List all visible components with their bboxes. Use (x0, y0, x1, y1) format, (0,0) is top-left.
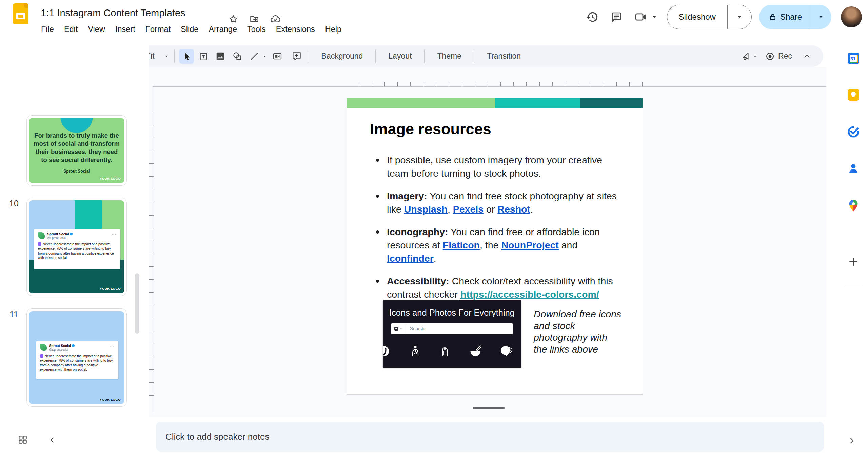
link-reshot[interactable]: Reshot (497, 204, 530, 215)
horizontal-ruler-line (153, 86, 826, 87)
slide-canvas-area: Image resources If possible, use custom … (149, 67, 826, 417)
tasks-icon[interactable] (846, 125, 861, 139)
calendar-icon[interactable]: 31 (846, 51, 861, 65)
link-pexels[interactable]: Pexels (453, 204, 484, 215)
link-unsplash[interactable]: Unsplash (404, 204, 448, 215)
background-button[interactable]: Background (312, 52, 372, 61)
tweet-card: Sprout Social @SproutSocial ··· Never un… (36, 341, 119, 379)
toolbar-divider (424, 49, 425, 63)
layout-button[interactable]: Layout (379, 52, 421, 61)
slide-title[interactable]: Image resources (370, 120, 491, 138)
comments-icon[interactable] (607, 7, 626, 27)
menu-tools[interactable]: Tools (242, 23, 271, 36)
slideshow-dropdown-icon[interactable] (728, 13, 751, 21)
video-call-icon[interactable] (631, 7, 651, 27)
user-avatar[interactable] (841, 6, 862, 27)
link-iconfinder[interactable]: Iconfinder (387, 253, 434, 264)
add-comment-icon[interactable] (289, 49, 304, 64)
screenshot-search-bar: Search (391, 323, 513, 334)
sprout-social-logo (40, 344, 47, 351)
laser-pointer-icon[interactable] (737, 49, 752, 64)
slide-10-thumbnail[interactable]: Sprout Social @SproutSocial ··· Never un… (26, 198, 127, 296)
menu-file[interactable]: File (36, 23, 59, 36)
contacts-icon[interactable] (846, 161, 861, 176)
toolbar-divider (375, 49, 376, 63)
tweet-handle: @SproutSocial (47, 236, 112, 240)
document-title[interactable]: 1:1 Instagram Content Templates (41, 7, 185, 19)
share-label: Share (780, 12, 802, 22)
slide-10-number: 10 (6, 199, 22, 208)
anatomy-icon (409, 345, 421, 357)
slide-color-bar (347, 98, 643, 108)
menu-slide[interactable]: Slide (176, 23, 203, 36)
get-add-ons-icon[interactable] (846, 255, 861, 269)
screenshot-heading: Icons and Photos For Everything (383, 308, 521, 318)
bottom-bar: Click to add speaker notes (0, 417, 868, 461)
grid-view-icon[interactable] (16, 433, 30, 447)
raised-hands-emoji (40, 354, 43, 358)
tweet-text: Never underestimate the impact of a posi… (40, 354, 115, 372)
insert-line-dropdown-icon[interactable] (261, 53, 268, 60)
video-call-dropdown-icon[interactable] (651, 13, 658, 21)
speaker-notes-input[interactable]: Click to add speaker notes (156, 422, 824, 452)
collapse-filmstrip-icon[interactable] (46, 434, 58, 446)
slide-11-preview: Sprout Social @SproutSocial ··· Never un… (29, 311, 124, 404)
link-nounproject[interactable]: NounProject (501, 240, 558, 250)
menu-view[interactable]: View (83, 23, 110, 36)
filmstrip-scrollbar[interactable] (135, 273, 139, 334)
insert-shape-icon[interactable] (230, 49, 245, 64)
slide-9-thumbnail[interactable]: For brands to truly make the most of soc… (26, 115, 127, 186)
menu-bar: File Edit View Insert Format Slide Arran… (36, 22, 347, 36)
current-slide[interactable]: Image resources If possible, use custom … (347, 98, 643, 395)
menu-format[interactable]: Format (140, 23, 176, 36)
insert-line-icon[interactable] (247, 49, 262, 64)
horizontal-ruler-ticks (359, 82, 644, 86)
link-accessible-colors[interactable]: https://accessible-colors.com/ (460, 289, 599, 300)
sprout-social-logo (38, 232, 45, 239)
swirl-icon (383, 344, 392, 358)
collapse-toolbar-icon[interactable] (800, 49, 814, 64)
slides-logo-icon[interactable] (13, 3, 28, 24)
insert-video-icon[interactable] (270, 49, 285, 64)
noodle-bowl-icon (469, 344, 482, 358)
screenshot-icon-row (383, 340, 521, 362)
slide-body-text[interactable]: If possible, use custom imagery from you… (376, 154, 618, 310)
flaticon-screenshot-image[interactable]: Icons and Photos For Everything Search (383, 300, 521, 368)
version-history-icon[interactable] (582, 7, 602, 27)
slide-10-preview: Sprout Social @SproutSocial ··· Never un… (29, 200, 124, 293)
image-caption-text[interactable]: Download free icons and stock photograph… (534, 308, 635, 355)
vertical-ruler-ticks (149, 112, 154, 402)
header-right-controls: Slideshow Share (582, 5, 862, 29)
share-button[interactable]: Share (759, 5, 831, 29)
bullet-item: If possible, use custom imagery from you… (376, 154, 618, 180)
slide-9-preview: For brands to truly make the most of soc… (29, 118, 124, 183)
select-tool-icon[interactable] (179, 49, 194, 64)
insert-image-icon[interactable] (213, 49, 228, 64)
menu-insert[interactable]: Insert (110, 23, 140, 36)
expand-side-panel-icon[interactable] (846, 435, 858, 447)
menu-edit[interactable]: Edit (59, 23, 83, 36)
transition-button[interactable]: Transition (478, 52, 530, 61)
keep-icon[interactable] (846, 88, 861, 102)
text-box-icon[interactable] (196, 49, 211, 64)
laser-pointer-dropdown-icon[interactable] (752, 53, 759, 60)
slide-11-thumbnail[interactable]: Sprout Social @SproutSocial ··· Never un… (26, 308, 127, 407)
zoom-fit-dropdown-icon[interactable] (163, 53, 170, 60)
slideshow-label: Slideshow (667, 12, 727, 22)
slideshow-button[interactable]: Slideshow (667, 5, 752, 29)
menu-arrange[interactable]: Arrange (203, 23, 242, 36)
maps-icon[interactable] (846, 198, 861, 213)
logo-window (16, 13, 25, 19)
menu-extensions[interactable]: Extensions (271, 23, 320, 36)
theme-button[interactable]: Theme (428, 52, 471, 61)
record-button[interactable]: Rec (765, 51, 792, 61)
toolbar-divider (174, 49, 175, 63)
share-dropdown-icon[interactable] (810, 13, 831, 21)
menu-help[interactable]: Help (320, 23, 347, 36)
logo-fold (24, 3, 28, 8)
canvas-horizontal-scrollbar[interactable] (473, 407, 505, 409)
link-flaticon[interactable]: Flaticon (443, 240, 480, 250)
record-icon (765, 51, 775, 61)
toolbar-divider (474, 49, 474, 63)
your-logo-text: YOUR LOGO (100, 287, 121, 290)
